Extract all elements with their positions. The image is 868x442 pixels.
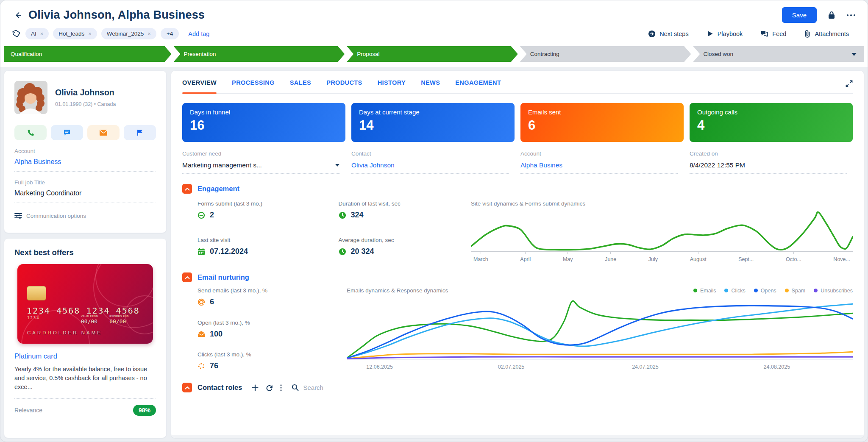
- chevron-down-icon[interactable]: [851, 53, 857, 56]
- tag-label: AI: [31, 31, 36, 37]
- search-input[interactable]: [303, 384, 379, 391]
- tab-news[interactable]: NEWS: [421, 79, 440, 93]
- tag-pill[interactable]: Webinar_2025×: [101, 28, 156, 39]
- search-icon: [292, 384, 299, 391]
- x-tick-label: Octo...: [786, 252, 801, 262]
- tab-overview[interactable]: OVERVIEW: [182, 79, 217, 93]
- sliders-icon: [14, 212, 22, 219]
- contact-roles-header: Contact roles: [182, 383, 853, 392]
- chat-button[interactable]: [51, 125, 83, 140]
- pipeline-stage-proposal[interactable]: Proposal: [347, 46, 518, 62]
- chevron-down-icon[interactable]: [335, 164, 339, 167]
- next-best-offers-card: Next best offers 1234 4568 1234 4568 123…: [4, 238, 167, 438]
- credit-card-image: 1234 4568 1234 4568 1234 VALID FROM00/00…: [17, 264, 153, 344]
- contact-meta: 01.01.1990 (32) • Canada: [55, 101, 116, 107]
- table-header-hint: [171, 435, 864, 438]
- pipeline-stage-presentation[interactable]: Presentation: [174, 46, 345, 62]
- next-steps-button[interactable]: Next steps: [648, 30, 689, 38]
- forms-submit-metric: Forms submit (last 3 mo.) 2: [198, 200, 330, 226]
- feed-button[interactable]: Feed: [760, 30, 786, 37]
- metric-value: 20 324: [351, 247, 374, 256]
- tag-remove-icon[interactable]: ×: [147, 31, 151, 37]
- offer-product-link[interactable]: Platinum card: [14, 352, 156, 360]
- metric-label: Forms submit (last 3 mo.): [198, 200, 330, 207]
- clicks-icon: [198, 362, 205, 370]
- legend-dot: [754, 289, 758, 292]
- customer-need-dropdown[interactable]: Marketing management s...: [182, 161, 339, 174]
- pipeline-stage-closed-won[interactable]: Closed won: [693, 46, 864, 62]
- email-chart-xaxis: 12.06.202502.07.202524.07.202524.08.2025: [347, 364, 853, 374]
- contact-link[interactable]: Olivia Johnson: [351, 161, 395, 169]
- account-link[interactable]: Alpha Business: [14, 158, 156, 166]
- attachments-button[interactable]: Attachments: [804, 30, 849, 38]
- back-button[interactable]: [12, 10, 23, 21]
- email-button[interactable]: [87, 125, 120, 140]
- save-button[interactable]: Save: [782, 7, 817, 23]
- tags-more-pill[interactable]: +4: [161, 28, 179, 39]
- more-menu-button[interactable]: [846, 14, 856, 17]
- playbook-icon: [707, 30, 714, 37]
- x-tick-label: March: [473, 252, 488, 262]
- flag-button[interactable]: [124, 125, 156, 140]
- main-panel: OVERVIEWPROCESSINGSALESPRODUCTSHISTORYNE…: [171, 70, 864, 438]
- site-visit-chart-canvas: [471, 211, 853, 252]
- relevance-badge: 98%: [133, 405, 156, 416]
- tag-remove-icon[interactable]: ×: [40, 31, 44, 37]
- email-nurturing-title: Email nurturing: [198, 273, 249, 281]
- legend-item-opens[interactable]: Opens: [754, 288, 776, 294]
- email-nurturing-collapse-button[interactable]: [182, 272, 192, 282]
- tab-history[interactable]: HISTORY: [378, 79, 406, 93]
- lock-button[interactable]: [828, 11, 835, 19]
- divider: [14, 398, 156, 399]
- account-link[interactable]: Alpha Busines: [520, 161, 562, 169]
- expand-button[interactable]: [846, 80, 853, 87]
- pipeline-stage-qualification[interactable]: Qualification: [4, 46, 172, 62]
- pipeline-stage-contracting[interactable]: Contracting: [520, 46, 691, 62]
- contact-roles-collapse-button[interactable]: [182, 383, 192, 392]
- refresh-button[interactable]: [266, 384, 273, 391]
- legend-item-emails[interactable]: Emails: [693, 288, 716, 294]
- tag-remove-icon[interactable]: ×: [88, 31, 92, 37]
- communication-options-button[interactable]: Communication options: [14, 212, 156, 219]
- tab-engagement[interactable]: ENGAGEMENT: [455, 79, 501, 93]
- add-contact-role-button[interactable]: [252, 384, 259, 391]
- legend-item-clicks[interactable]: Clicks: [724, 288, 745, 294]
- call-button[interactable]: [14, 125, 47, 140]
- crm-window: Olivia Johnson, Alpha Business Save AI×H…: [0, 0, 868, 442]
- playbook-button[interactable]: Playbook: [707, 30, 743, 37]
- card-number: 1234 4568 1234 4568: [27, 306, 148, 316]
- days-in-funnel-card: Days in funnel16: [182, 103, 345, 142]
- tab-products[interactable]: PRODUCTS: [326, 79, 362, 93]
- card-sub-number: 1234: [27, 316, 40, 320]
- chevron-up-icon: [185, 187, 190, 191]
- legend-label: Emails: [700, 288, 716, 294]
- tabs-row: OVERVIEWPROCESSINGSALESPRODUCTSHISTORYNE…: [182, 71, 853, 94]
- outgoing-calls-card: Outgoing calls4: [690, 103, 853, 142]
- legend-item-unsubscribes[interactable]: Unsubscribes: [814, 288, 853, 294]
- legend-item-spam[interactable]: Spam: [785, 288, 806, 294]
- tab-sales[interactable]: SALES: [290, 79, 311, 93]
- feed-icon: [760, 30, 768, 37]
- account-label: Account: [14, 148, 156, 154]
- attachments-label: Attachments: [815, 31, 849, 37]
- engagement-collapse-button[interactable]: [182, 184, 192, 194]
- stage-label: Qualification: [11, 51, 42, 57]
- tab-processing[interactable]: PROCESSING: [232, 79, 275, 93]
- flag-icon: [137, 129, 143, 136]
- days-at-stage-card: Days at current stage14: [351, 103, 515, 142]
- emails-sent-card: Emails sent6: [520, 103, 684, 142]
- add-tag-button[interactable]: Add tag: [188, 31, 209, 37]
- average-duration-metric: Average duration, sec 20 324: [339, 237, 471, 262]
- kebab-menu-icon[interactable]: [280, 384, 282, 391]
- legend-label: Opens: [761, 288, 776, 294]
- contact-name: Olivia Johnson: [55, 88, 116, 97]
- stage-label: Closed won: [703, 51, 733, 57]
- next-steps-label: Next steps: [659, 31, 689, 37]
- metric-value: 76: [210, 361, 218, 370]
- chat-icon: [63, 129, 71, 136]
- tag-pill[interactable]: AI×: [25, 28, 49, 39]
- email-chart-canvas: [347, 297, 853, 360]
- summary-cards: Days in funnel16 Days at current stage14…: [182, 103, 853, 142]
- valid-from-label: VALID FROM: [81, 315, 98, 317]
- tag-pill[interactable]: Hot_leads×: [53, 28, 97, 39]
